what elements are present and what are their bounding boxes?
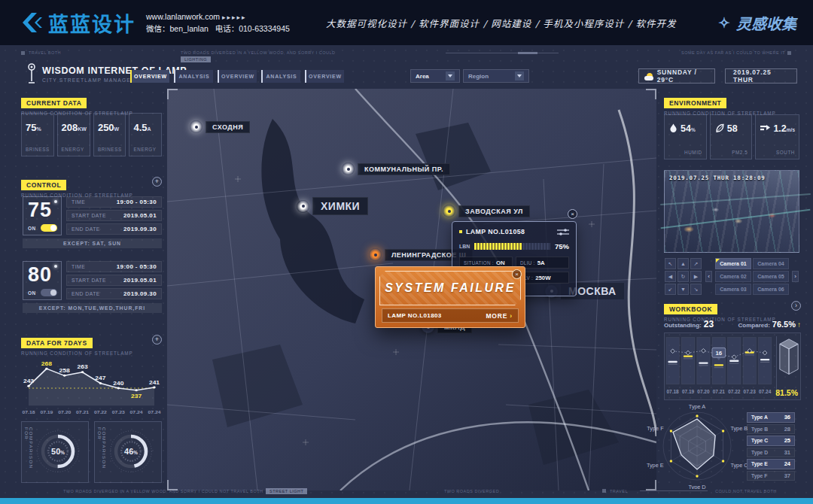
decor-text: TRAVEL	[610, 489, 628, 493]
map-label-khimki[interactable]: ХИМКИ	[297, 197, 368, 215]
map-label-zavodskaya[interactable]: ЗАВОДСКАЯ УЛ	[443, 205, 530, 217]
add-schedule-button[interactable]: +	[152, 177, 162, 187]
type-row-b[interactable]: Type B 28	[747, 424, 795, 435]
schedule-toggle[interactable]	[41, 289, 57, 296]
svg-text:243: 243	[23, 378, 35, 384]
pan-up-button[interactable]: ▲	[678, 258, 689, 269]
compared-value: 76.5%	[772, 320, 796, 329]
end-date-row[interactable]: END DATE 2019.09.30	[66, 223, 162, 235]
tab-overview-1[interactable]: OVERVIEW	[130, 70, 169, 83]
cube-percentage: 81.5%	[775, 388, 798, 397]
pan-down-left-button[interactable]: ↙	[665, 284, 676, 295]
city-map[interactable]: СХОДНЯ КОММУНАЛЬНЫЙ ПР. ХИМКИ ЗАВОДСКАЯ …	[167, 89, 656, 490]
inspiration-collect[interactable]: ✧ 灵感收集	[718, 12, 796, 34]
lamp-pin-icon[interactable]	[297, 200, 309, 213]
time-row[interactable]: TIME 19:00 - 05:30	[66, 196, 162, 208]
env-value: 1.2	[773, 123, 786, 134]
lamp-id: LAMP NO.L01058	[466, 228, 525, 235]
weekly-data-panel: DATA FOR 7DAYS RUNNING CONDITION OF STRE…	[21, 335, 162, 417]
camera-button-01[interactable]: Camera 01	[715, 258, 751, 269]
start-date-row[interactable]: START DATE 2019.05.01	[66, 275, 162, 286]
brand-website[interactable]: www.lanlanwork.com	[146, 12, 220, 21]
camera-button-02[interactable]: Camera 02	[715, 271, 751, 282]
end-date-row[interactable]: END DATE 2019.09.30	[66, 288, 162, 299]
close-icon[interactable]: ×	[568, 209, 577, 219]
svg-text:07.24: 07.24	[148, 410, 161, 414]
camera-list-next-button[interactable]: ›	[792, 271, 799, 282]
chevron-down-icon[interactable]	[446, 71, 455, 80]
camera-list-prev-button[interactable]: ‹	[705, 271, 712, 282]
pan-up-left-button[interactable]: ↖	[665, 258, 676, 269]
row-label: END DATE	[72, 226, 100, 232]
decor-text: TWO ROADS DIVERGED	[444, 489, 499, 493]
camera-button-05[interactable]: Camera 05	[753, 271, 789, 282]
type-row-f[interactable]: Type F 37	[747, 471, 795, 481]
svg-text:07.22: 07.22	[94, 410, 107, 414]
panel-tag: CONTROL	[21, 180, 66, 190]
pan-up-right-button[interactable]: ↗	[690, 258, 702, 269]
camera-button-04[interactable]: Camera 04	[753, 258, 789, 269]
map-label-kommunalny[interactable]: КОММУНАЛЬНЫЙ ПР.	[342, 162, 450, 175]
svg-text:Type F: Type F	[647, 425, 664, 432]
reset-view-button[interactable]: ↻	[678, 271, 689, 282]
pan-down-button[interactable]: ▼	[678, 284, 689, 295]
stat-tile-energy: 208KW ENERGY	[57, 113, 90, 156]
pan-right-button[interactable]: ▶	[690, 271, 702, 282]
tab-overview-2[interactable]: OVERVIEW	[218, 70, 257, 83]
brand-services: 大数据可视化设计 / 软件界面设计 / 网站建设 / 手机及小程序设计 / 软件…	[326, 16, 677, 30]
camera-feed[interactable]: 2019.07.25 THUR 18:28:09	[664, 170, 799, 253]
svg-text:Type A: Type A	[689, 403, 705, 410]
brand-logo: 蓝蓝设计	[17, 8, 136, 38]
schedule-toggle[interactable]	[41, 224, 57, 232]
tab-analysis-1[interactable]: ANALYSIS	[174, 70, 213, 83]
outstanding-value: 23	[704, 319, 714, 329]
pan-down-right-button[interactable]: ↘	[690, 284, 702, 295]
region-select[interactable]: Region	[463, 69, 529, 83]
lamp-pin-icon[interactable]	[369, 248, 382, 261]
map-label-skhodnya[interactable]: СХОДНЯ	[190, 120, 250, 133]
lamp-pin-icon[interactable]	[443, 205, 455, 217]
svg-text:07.18: 07.18	[666, 389, 679, 394]
type-row-e[interactable]: Type E 24	[747, 459, 795, 469]
weekly-line-chart: 24307.1826807.1925807.2026307.2124707.22…	[21, 351, 162, 416]
expand-chart-button[interactable]: +	[152, 335, 162, 345]
camera-button-03[interactable]: Camera 03	[715, 284, 751, 295]
tab-overview-3[interactable]: OVERVIEW	[305, 70, 344, 83]
close-icon[interactable]: ×	[512, 269, 522, 279]
type-label: Type F	[751, 473, 767, 478]
stat-tile-watt: 250W BRINESS	[93, 113, 126, 156]
stat-unit: %	[36, 126, 41, 132]
start-date-row[interactable]: START DATE 2019.05.01	[66, 210, 162, 221]
comparison-gauge-2: COMPARISON FOR 46%	[94, 421, 162, 483]
type-row-d[interactable]: Type D 31	[747, 448, 795, 458]
env-label: PM2.5	[715, 150, 748, 155]
brand-name: 蓝蓝设计	[48, 8, 136, 38]
svg-text:07.20: 07.20	[697, 389, 710, 394]
area-select[interactable]: Area	[410, 69, 460, 83]
svg-text:50%: 50%	[51, 447, 65, 456]
brightness-value: 80	[28, 263, 52, 287]
open-workbook-button[interactable]: ›	[791, 301, 801, 311]
chevron-down-icon[interactable]	[515, 71, 524, 80]
pan-left-button[interactable]: ◀	[665, 271, 676, 282]
camera-button-06[interactable]: Camera 06	[753, 284, 789, 295]
svg-text:16: 16	[715, 350, 722, 357]
workbook-panel: WORKBOOK RUNNING CONDITION OF STREETLAMP…	[664, 301, 801, 400]
map-corner	[167, 89, 178, 99]
arrows-icon: ▸▸▸▸▸	[222, 14, 247, 21]
decor-text: TRAVEL BOTH	[29, 50, 61, 55]
wind-icon	[760, 124, 770, 132]
place-name: СХОДНЯ	[206, 121, 250, 133]
type-label: Type A	[751, 414, 768, 420]
decor-square-icon	[787, 51, 791, 55]
decor-text: TWO ROADS DIVERGED IN A YELLOW WOOD, AND…	[63, 489, 263, 493]
tab-analysis-2[interactable]: ANALYSIS	[261, 70, 300, 83]
area-select-value: Area	[416, 73, 429, 80]
time-row[interactable]: TIME 19:00 - 05:30	[66, 261, 162, 272]
type-row-a[interactable]: Type A 36	[747, 412, 795, 423]
more-button[interactable]: MORE ›	[486, 312, 513, 320]
type-row-c[interactable]: Type C 25	[747, 436, 795, 446]
lamp-pin-icon[interactable]	[190, 120, 202, 133]
sliders-icon[interactable]	[557, 228, 569, 235]
lamp-pin-icon[interactable]	[342, 162, 355, 175]
